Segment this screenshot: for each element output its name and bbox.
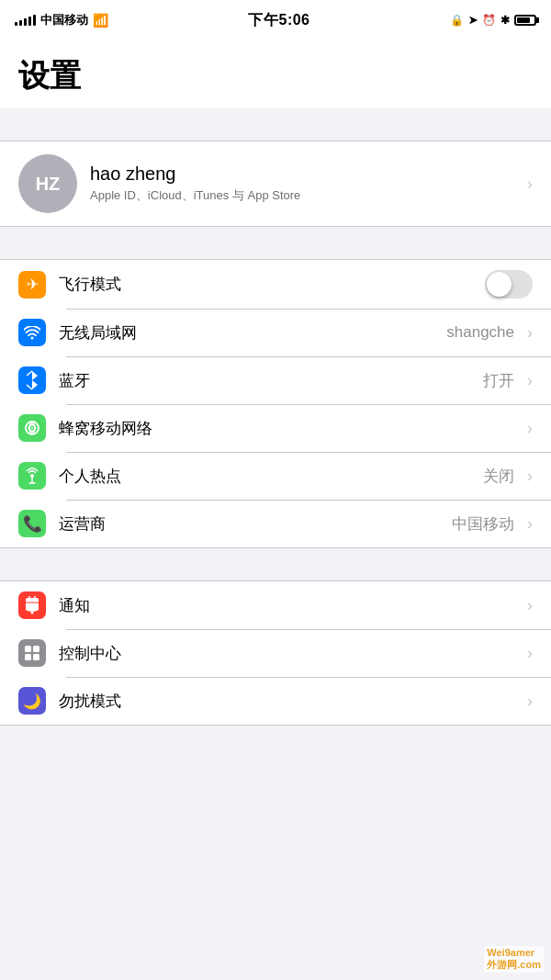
svg-rect-3 <box>26 598 39 611</box>
bluetooth-value: 打开 <box>483 370 514 391</box>
notifications-label: 通知 <box>59 595 520 616</box>
hotspot-row[interactable]: 个人热点 关闭 › <box>0 452 551 500</box>
profile-info: hao zheng Apple ID、iCloud、iTunes 与 App S… <box>90 163 520 204</box>
wifi-row[interactable]: 无线局域网 shangche › <box>0 309 551 356</box>
status-right: 🔒 ➤ ⏰ ✱ <box>450 14 536 27</box>
profile-section: HZ hao zheng Apple ID、iCloud、iTunes 与 Ap… <box>0 141 551 227</box>
profile-chevron: › <box>527 175 533 194</box>
svg-point-4 <box>31 612 34 614</box>
controlcenter-chevron: › <box>527 644 533 663</box>
carrier-icon: 📞 <box>18 510 46 537</box>
cellular-chevron: › <box>527 419 533 438</box>
svg-rect-6 <box>33 646 39 652</box>
hotspot-icon <box>18 462 46 490</box>
airplane-icon: ✈ <box>18 271 46 299</box>
profile-name: hao zheng <box>90 163 520 185</box>
page-title-section: 设置 <box>0 40 551 108</box>
controlcenter-label: 控制中心 <box>59 643 520 664</box>
bluetooth-label: 蓝牙 <box>59 370 483 391</box>
carrier-value: 中国移动 <box>452 513 514 535</box>
wifi-value: shangche <box>446 323 514 342</box>
connectivity-group: ✈ 飞行模式 无线局域网 shangche › 蓝牙 打开 <box>0 259 551 548</box>
wifi-icon: 📶 <box>93 13 108 28</box>
section-gap-1 <box>0 108 551 141</box>
airplane-label: 飞行模式 <box>59 274 485 295</box>
bluetooth-icon: ✱ <box>500 14 510 27</box>
battery-icon <box>514 15 536 26</box>
cellular-label: 蜂窝移动网络 <box>59 418 520 439</box>
svg-rect-7 <box>25 654 31 660</box>
avatar: HZ <box>18 154 77 213</box>
bluetooth-row-icon <box>18 366 46 394</box>
section-gap-3 <box>0 548 551 580</box>
donotdisturb-chevron: › <box>527 692 533 711</box>
watermark: Wei9amer外游网.com <box>484 946 544 973</box>
airplane-row[interactable]: ✈ 飞行模式 <box>0 260 551 309</box>
alarm-icon: ⏰ <box>482 14 496 27</box>
notifications-row[interactable]: 通知 › <box>0 581 551 629</box>
notifications-icon <box>18 591 46 619</box>
avatar-initials: HZ <box>36 174 61 195</box>
carrier-chevron: › <box>527 514 533 534</box>
hotspot-value: 关闭 <box>483 466 514 487</box>
wifi-label: 无线局域网 <box>59 322 446 344</box>
profile-row[interactable]: HZ hao zheng Apple ID、iCloud、iTunes 与 Ap… <box>0 141 551 226</box>
cellular-icon <box>18 414 46 442</box>
svg-rect-8 <box>33 654 39 660</box>
group2-bottom-divider <box>0 725 551 726</box>
status-left: 中国移动 📶 <box>15 12 108 28</box>
hotspot-chevron: › <box>527 467 533 486</box>
notifications-chevron: › <box>527 596 533 615</box>
bluetooth-chevron: › <box>527 371 533 390</box>
svg-rect-5 <box>25 646 31 652</box>
hotspot-label: 个人热点 <box>59 466 483 487</box>
donotdisturb-icon: 🌙 <box>18 687 46 715</box>
donotdisturb-label: 勿扰模式 <box>59 691 520 712</box>
airplane-toggle[interactable] <box>485 270 533 299</box>
wifi-row-icon <box>18 319 46 346</box>
donotdisturb-row[interactable]: 🌙 勿扰模式 › <box>0 677 551 725</box>
wifi-chevron: › <box>527 323 533 343</box>
controlcenter-row[interactable]: 控制中心 › <box>0 629 551 677</box>
carrier-row[interactable]: 📞 运营商 中国移动 › <box>0 500 551 547</box>
carrier-label: 运营商 <box>59 513 452 535</box>
lock-icon: 🔒 <box>450 14 464 27</box>
section-gap-2 <box>0 227 551 259</box>
svg-point-2 <box>31 427 33 429</box>
controlcenter-icon <box>18 639 46 667</box>
location-icon: ➤ <box>468 14 478 27</box>
signal-icon <box>15 15 36 26</box>
page-title: 设置 <box>18 55 533 97</box>
cellular-row[interactable]: 蜂窝移动网络 › <box>0 404 551 452</box>
bluetooth-row[interactable]: 蓝牙 打开 › <box>0 356 551 404</box>
system-group: 通知 › 控制中心 › 🌙 勿扰模式 › <box>0 580 551 726</box>
profile-subtitle: Apple ID、iCloud、iTunes 与 App Store <box>90 187 520 204</box>
status-bar: 中国移动 📶 下午5:06 🔒 ➤ ⏰ ✱ <box>0 0 551 40</box>
carrier-label: 中国移动 <box>40 12 88 28</box>
status-time: 下午5:06 <box>248 11 309 30</box>
